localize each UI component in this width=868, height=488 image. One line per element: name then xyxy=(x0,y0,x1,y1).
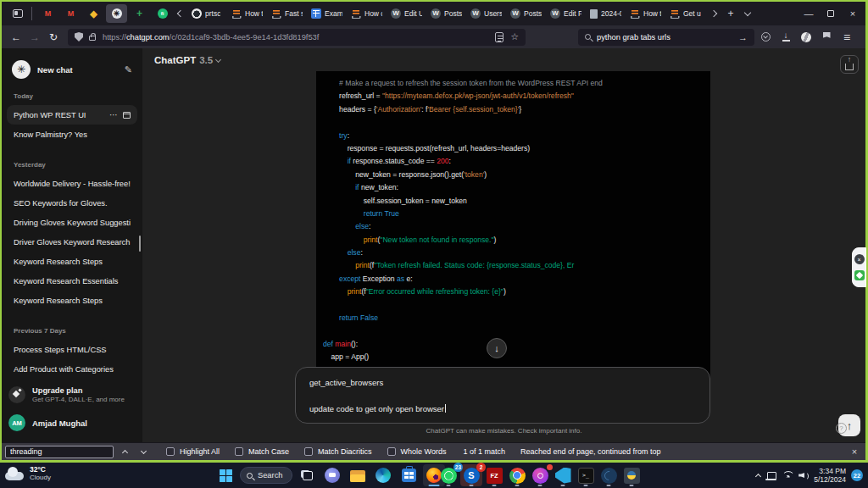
firefox-view-button[interactable] xyxy=(8,5,27,22)
find-next-button[interactable] xyxy=(136,445,151,458)
menu-button[interactable]: ≡ xyxy=(837,28,856,47)
sidebar-chat-item[interactable]: Keyword Research Essentials xyxy=(7,271,137,291)
help-button[interactable]: ? xyxy=(836,423,847,434)
browser-tab[interactable]: WUsers ‹ Em xyxy=(466,4,506,23)
taskbar-app-terminal[interactable] xyxy=(575,464,597,486)
sidebar-chat-item[interactable]: Driver Gloves Keyword Research xyxy=(7,232,137,252)
chat-app-button[interactable] xyxy=(321,464,343,486)
taskbar-app-vscode[interactable] xyxy=(552,464,574,486)
notification-count-badge[interactable]: 22 xyxy=(851,469,863,481)
taskbar-search[interactable]: Search xyxy=(240,467,292,484)
extension-badge-icon[interactable] xyxy=(854,270,865,280)
pinned-tab-fiverr[interactable]: fi xyxy=(152,4,173,23)
browser-tab[interactable]: WEdit User A xyxy=(387,4,426,23)
chat-options-icon[interactable]: ⋯ xyxy=(109,110,119,119)
bookmark-star-icon[interactable]: ☆ xyxy=(510,31,519,42)
compose-icon[interactable]: ✎ xyxy=(125,64,132,75)
browser-tab[interactable]: 2024-05-1 xyxy=(586,4,626,23)
browser-tab[interactable]: How t xyxy=(626,4,665,23)
browser-tab[interactable]: Fast s xyxy=(267,4,307,23)
downloads-button[interactable]: ↓ xyxy=(776,28,795,47)
sidebar-chat-item[interactable]: SEO Keywords for Gloves. xyxy=(7,193,137,213)
browser-tab[interactable]: How c xyxy=(347,4,387,23)
taskbar-app-skype[interactable]: 2 xyxy=(460,464,482,486)
taskbar-app-filezilla[interactable] xyxy=(483,464,505,486)
scroll-tabs-left-button[interactable] xyxy=(174,5,187,22)
search-bar[interactable]: → xyxy=(578,29,754,46)
new-tab-button[interactable]: + xyxy=(722,5,739,22)
sidebar-chat-item[interactable]: Know Palmistry? Yes xyxy=(7,125,137,144)
model-selector[interactable]: ChatGPT 3.5 xyxy=(154,55,220,65)
pinned-tab-binance[interactable]: ◆ xyxy=(83,4,104,23)
sidebar-scrollbar[interactable] xyxy=(139,236,142,252)
sidebar-chat-item[interactable]: Worldwide Delivery - Hassle-free! xyxy=(7,174,137,193)
browser-tab[interactable]: How t xyxy=(227,4,267,23)
sidebar-chat-item[interactable]: Driving Gloves Keyword Suggestion xyxy=(7,213,137,232)
taskbar-app-dark-app[interactable] xyxy=(598,464,620,486)
browser-tab[interactable]: Examp xyxy=(307,4,347,23)
file-explorer-button[interactable] xyxy=(347,464,369,486)
reader-mode-icon[interactable] xyxy=(495,32,504,42)
new-chat-button[interactable]: ✳ New chat ✎ xyxy=(7,55,137,84)
laptop-icon[interactable] xyxy=(765,472,776,480)
edge-button[interactable] xyxy=(372,464,394,486)
pinned-tab-chatgpt[interactable]: ✳ xyxy=(106,4,127,23)
browser-tab[interactable]: prtsc xyxy=(187,4,227,23)
sidebar-chat-item[interactable]: Process Steps HTML/CSS xyxy=(7,340,137,359)
scroll-to-bottom-button[interactable]: ↓ xyxy=(487,338,507,358)
wifi-icon[interactable] xyxy=(782,471,793,480)
taskbar-app-python[interactable] xyxy=(620,464,643,486)
tray-overflow-chevron-icon[interactable] xyxy=(755,473,761,479)
store-button[interactable] xyxy=(398,464,420,486)
reload-button[interactable]: ↻ xyxy=(44,28,63,47)
browser-tab[interactable]: Get ur xyxy=(665,4,705,23)
find-option-whole-words[interactable]: Whole Words xyxy=(387,447,447,456)
user-menu[interactable]: AM Amjad Mughal xyxy=(8,410,136,435)
taskbar-app-chrome[interactable] xyxy=(506,464,528,486)
maximize-button[interactable] xyxy=(820,3,842,25)
taskbar-app-purple-app[interactable] xyxy=(529,464,551,486)
browser-tab[interactable]: WPosts ‹ Em xyxy=(506,4,546,23)
taskbar-app-whatsapp[interactable]: 23 xyxy=(437,464,459,486)
archive-icon[interactable] xyxy=(123,112,131,119)
task-view-button[interactable] xyxy=(296,464,318,486)
find-previous-button[interactable] xyxy=(117,445,132,458)
taskbar-clock[interactable]: 3:34 PM 5/12/2024 xyxy=(814,467,846,485)
forward-button[interactable]: → xyxy=(25,28,44,47)
browser-tab[interactable]: WEdit Post xyxy=(546,4,586,23)
taskbar-weather-widget[interactable]: 32°C Cloudy xyxy=(5,465,51,482)
url-bar[interactable]: https://chatgpt.com/c/02d1caf9-3bdb-4ee5… xyxy=(68,29,526,46)
back-button[interactable]: ← xyxy=(7,28,25,47)
adblock-extension-button[interactable] xyxy=(797,28,815,47)
lock-icon[interactable] xyxy=(89,36,96,41)
start-button[interactable] xyxy=(214,464,236,486)
find-option-match-case[interactable]: Match Case xyxy=(235,447,289,456)
checkbox[interactable] xyxy=(387,447,396,456)
pocket-button[interactable] xyxy=(756,28,775,47)
checkbox[interactable] xyxy=(235,447,243,456)
sidebar-chat-item[interactable]: Add Product with Categories xyxy=(7,359,137,375)
upgrade-plan-button[interactable]: Upgrade plan Get GPT-4, DALL·E, and more xyxy=(8,381,136,408)
minimize-button[interactable]: — xyxy=(798,3,820,25)
message-composer[interactable]: get_active_browsers update code to get o… xyxy=(295,367,710,424)
pinned-tab-gmail[interactable]: M xyxy=(60,4,81,23)
list-tabs-button[interactable] xyxy=(739,5,756,22)
share-button[interactable] xyxy=(840,55,859,74)
checkbox[interactable] xyxy=(304,447,313,456)
find-option-highlight-all[interactable]: Highlight All xyxy=(166,447,220,456)
sidebar-chat-item[interactable]: Keyword Research Steps xyxy=(7,291,137,310)
browser-tab[interactable]: WPosts ‹ Em xyxy=(426,4,466,23)
sidebar-chat-item[interactable]: Keyword Research Steps xyxy=(7,252,137,271)
volume-icon[interactable] xyxy=(798,471,809,480)
find-input[interactable] xyxy=(5,446,114,458)
pinned-tab-sheets[interactable]: + xyxy=(129,4,150,23)
tracking-protection-shield-icon[interactable] xyxy=(75,32,83,42)
checkbox[interactable] xyxy=(166,447,175,456)
close-window-button[interactable]: × xyxy=(842,3,864,25)
find-option-match-diacritics[interactable]: Match Diacritics xyxy=(304,447,372,456)
pinned-tab-gmail[interactable]: M xyxy=(37,4,58,23)
sidebar-chat-item[interactable]: Python WP REST UI⋯ xyxy=(7,105,137,125)
extension-button[interactable] xyxy=(817,28,836,47)
search-go-arrow-icon[interactable]: → xyxy=(738,32,748,42)
close-icon[interactable]: × xyxy=(854,254,865,264)
